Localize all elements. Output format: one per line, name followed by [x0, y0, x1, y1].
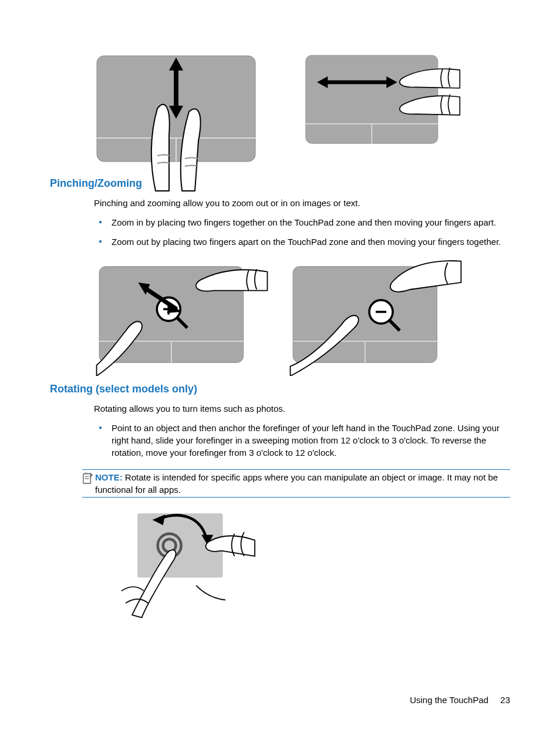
zoom-out-figure: [288, 258, 452, 370]
pinch-intro-text: Pinching and zooming allow you to zoom o…: [94, 197, 510, 209]
note-label: NOTE:: [95, 472, 123, 482]
rotate-note-block: NOTE: Rotate is intended for specific ap…: [82, 469, 510, 498]
rotate-bullet-instruction: Point to an object and then anchor the f…: [94, 422, 510, 459]
note-text-container: NOTE: Rotate is intended for specific ap…: [95, 471, 510, 496]
scroll-gesture-figures: [94, 53, 510, 164]
pinch-gesture-figures: [94, 258, 510, 370]
zoom-in-figure: [94, 258, 258, 370]
horizontal-scroll-figure: [288, 53, 452, 164]
footer-page-number: 23: [500, 695, 510, 705]
note-body: Rotate is intended for specific apps whe…: [95, 472, 498, 495]
vertical-scroll-figure: [94, 53, 258, 164]
rotate-heading: Rotating (select models only): [50, 382, 510, 396]
rotate-gesture-figure: [114, 508, 261, 620]
page-footer: Using the TouchPad 23: [410, 694, 510, 706]
document-page: Pinching/Zooming Pinching and zooming al…: [0, 0, 560, 746]
note-icon: [82, 472, 93, 485]
pinch-bullet-zoom-out: Zoom out by placing two fingers apart on…: [94, 236, 510, 248]
rotate-bullet-list: Point to an object and then anchor the f…: [94, 422, 510, 459]
footer-section-title: Using the TouchPad: [410, 695, 488, 705]
pinch-bullet-zoom-in: Zoom in by placing two fingers together …: [94, 216, 510, 228]
pinch-bullet-list: Zoom in by placing two fingers together …: [94, 216, 510, 248]
rotate-intro-text: Rotating allows you to turn items such a…: [94, 402, 510, 415]
